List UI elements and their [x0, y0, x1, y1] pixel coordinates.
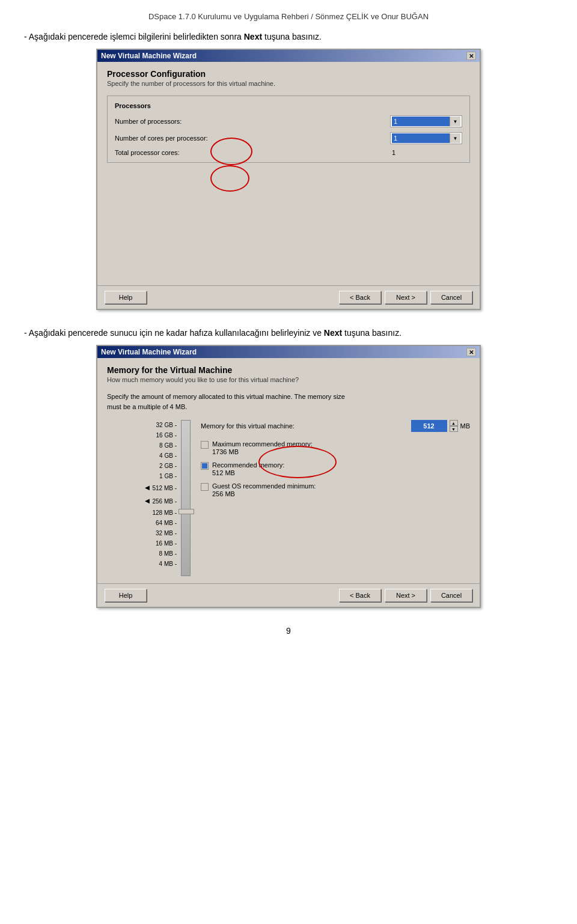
dropdown-arrow-icon-2[interactable]: ▼ — [450, 133, 460, 143]
dialog1-field0-label: Number of processors: — [115, 118, 182, 125]
mem-label-4mb: 4 MB - — [107, 559, 177, 569]
dialog2-cancel-button[interactable]: Cancel — [430, 589, 472, 602]
instruction1-prefix: - Aşağıdaki pencerede işlemci bilgilerin… — [24, 32, 244, 41]
arrow-down-icon-2: ◄ — [144, 494, 151, 508]
mem-label-8mb: 8 MB - — [107, 549, 177, 559]
dialog2-max-memory-label: Maximum recommended memory: — [212, 440, 313, 448]
dialog2-help-button[interactable]: Help — [105, 589, 147, 602]
dialog2-memory-field-label: Memory for this virtual machine: — [201, 422, 411, 430]
page-number-value: 9 — [286, 626, 291, 636]
mem-label-256mb: 256 MB - — [152, 496, 177, 506]
dialog2-max-memory-row: Maximum recommended memory: 1736 MB — [201, 440, 470, 455]
dialog1-num-processors-row: Number of processors: 1 ▼ — [115, 115, 462, 127]
mem-label-1gb: 1 GB - — [107, 471, 177, 481]
dialog2-max-memory-checkbox[interactable] — [201, 441, 209, 449]
dialog1-num-processors-label: Number of processors: — [115, 118, 390, 125]
dialog1-empty-space — [107, 170, 470, 278]
mem-label-32gb: 32 GB - — [107, 420, 177, 430]
dialog2-guest-os-memory-value: 256 MB — [212, 490, 316, 497]
page-header: DSpace 1.7.0 Kurulumu ve Uygulama Rehber… — [24, 12, 553, 21]
dialog2-memory-scale: 32 GB - 16 GB - 8 GB - 4 GB - 2 GB - 1 G… — [107, 420, 177, 569]
dialog2-slider-track[interactable] — [181, 420, 191, 576]
dialog1-processors-select[interactable]: 1 ▼ — [390, 115, 462, 127]
dialog1-button-bar: Help < Back Next > Cancel — [97, 285, 480, 309]
mem-label-2gb: 2 GB - — [107, 461, 177, 471]
dialog2-recommended-memory-row: Recommended memory: 512 MB — [201, 461, 470, 476]
mem-label-512mb-row: ◄ 512 MB - — [107, 481, 177, 494]
dialog2-content: Memory for the Virtual Machine How much … — [97, 358, 480, 583]
dialog2-slider-col — [179, 420, 192, 576]
dialog2-recommended-memory-value: 512 MB — [212, 469, 284, 476]
header-text: DSpace 1.7.0 Kurulumu ve Uygulama Rehber… — [148, 12, 429, 21]
dialog1-content: Processor Configuration Specify the numb… — [97, 62, 480, 285]
dialog2-max-memory-content: Maximum recommended memory: 1736 MB — [212, 440, 313, 455]
dialog2-memory-field-row: Memory for this virtual machine: 512 ▲ ▼… — [201, 420, 470, 432]
dialog2-title: New Virtual Machine Wizard — [101, 348, 466, 356]
dropdown-arrow-icon[interactable]: ▼ — [450, 117, 460, 126]
dialog1-close-button[interactable]: ✕ — [466, 52, 476, 60]
dialog1-cancel-button[interactable]: Cancel — [430, 291, 472, 304]
dialog1-cores-select-value: 1 — [392, 133, 450, 143]
dialog2-memory-labels-col: 32 GB - 16 GB - 8 GB - 4 GB - 2 GB - 1 G… — [107, 420, 179, 576]
mem-label-8gb: 8 GB - — [107, 440, 177, 451]
mem-label-256mb-row: ◄ 256 MB - — [107, 494, 177, 508]
mem-label-128mb: 128 MB - — [107, 508, 177, 518]
mem-label-32mb: 32 MB - — [107, 528, 177, 538]
dialog2-recommended-memory-content: Recommended memory: 512 MB — [212, 461, 284, 476]
dialog1: New Virtual Machine Wizard ✕ Processor C… — [96, 49, 481, 310]
page-number: 9 — [24, 626, 553, 636]
dialog2: New Virtual Machine Wizard ✕ Memory for … — [96, 345, 481, 608]
dialog2-guest-os-memory-content: Guest OS recommended minimum: 256 MB — [212, 482, 316, 497]
dialog1-total-row: Total processor cores: 1 — [115, 149, 462, 156]
dialog2-memory-right: Memory for this virtual machine: 512 ▲ ▼… — [201, 420, 470, 576]
dialog1-total-value: 1 — [390, 149, 462, 156]
dialog2-slider-thumb[interactable] — [179, 509, 194, 514]
dialog2-memory-input-wrapper: 512 ▲ ▼ MB — [411, 420, 471, 432]
spinner-up-button[interactable]: ▲ — [450, 420, 458, 426]
mem-label-4gb: 4 GB - — [107, 451, 177, 461]
instruction1: - Aşağıdaki pencerede işlemci bilgilerin… — [24, 32, 553, 41]
dialog2-titlebar: New Virtual Machine Wizard ✕ — [97, 346, 480, 358]
dialog1-titlebar: New Virtual Machine Wizard ✕ — [97, 50, 480, 62]
dialog1-field1-label: Number of cores per processor: — [115, 135, 208, 142]
dialog2-recommended-memory-checkbox[interactable] — [201, 462, 209, 470]
dialog2-guest-os-memory-label: Guest OS recommended minimum: — [212, 482, 316, 490]
mem-label-16gb: 16 GB - — [107, 430, 177, 440]
dialog2-memory-input[interactable]: 512 — [411, 420, 447, 432]
dialog1-title: New Virtual Machine Wizard — [101, 52, 466, 60]
dialog2-next-button[interactable]: Next > — [385, 589, 427, 602]
instruction2-prefix: - Aşağıdaki pencerede sunucu için ne kad… — [24, 328, 324, 338]
dialog1-back-button[interactable]: < Back — [339, 291, 381, 304]
dialog1-cores-per-processor-label: Number of cores per processor: — [115, 135, 390, 142]
dialog1-processors-group: Processors Number of processors: 1 ▼ — [107, 96, 470, 163]
dialog1-cores-per-processor-row: Number of cores per processor: 1 ▼ — [115, 132, 462, 144]
instruction1-suffix: tuşuna basınız. — [262, 32, 322, 41]
dialog2-button-bar: Help < Back Next > Cancel — [97, 583, 480, 607]
instruction2-bold: Next — [324, 328, 342, 338]
mem-label-512mb: 512 MB - — [152, 483, 177, 493]
dialog1-wrapper: New Virtual Machine Wizard ✕ Processor C… — [24, 49, 553, 310]
dialog2-info-text: Specify the amount of memory allocated t… — [107, 392, 470, 412]
mem-label-64mb: 64 MB - — [107, 518, 177, 528]
dialog2-memory-spinner[interactable]: ▲ ▼ — [450, 420, 458, 432]
spinner-down-button[interactable]: ▼ — [450, 426, 458, 432]
dialog2-recommended-memory-label: Recommended memory: — [212, 461, 284, 469]
dialog2-memory-section: 32 GB - 16 GB - 8 GB - 4 GB - 2 GB - 1 G… — [107, 420, 470, 576]
dialog1-cores-select[interactable]: 1 ▼ — [390, 132, 462, 144]
dialog2-section-subtitle: How much memory would you like to use fo… — [107, 376, 470, 383]
dialog2-recommended-memory-checkbox-check — [202, 463, 207, 469]
dialog2-section-title: Memory for the Virtual Machine — [107, 365, 470, 375]
dialog1-help-button[interactable]: Help — [105, 291, 147, 304]
instruction2: - Aşağıdaki pencerede sunucu için ne kad… — [24, 328, 553, 338]
dialog1-next-button[interactable]: Next > — [385, 291, 427, 304]
dialog2-back-button[interactable]: < Back — [339, 589, 381, 602]
dialog2-wrapper: New Virtual Machine Wizard ✕ Memory for … — [24, 345, 553, 608]
dialog2-memory-unit: MB — [460, 422, 471, 430]
dialog1-cores-per-processor-input: 1 ▼ — [390, 132, 462, 144]
dialog1-section-subtitle: Specify the number of processors for thi… — [107, 80, 470, 87]
dialog1-processors-select-value: 1 — [392, 117, 450, 126]
instruction1-bold: Next — [244, 32, 262, 41]
instruction2-suffix: tuşuna basınız. — [342, 328, 401, 338]
dialog2-guest-os-memory-checkbox[interactable] — [201, 483, 209, 491]
dialog2-close-button[interactable]: ✕ — [466, 348, 476, 356]
